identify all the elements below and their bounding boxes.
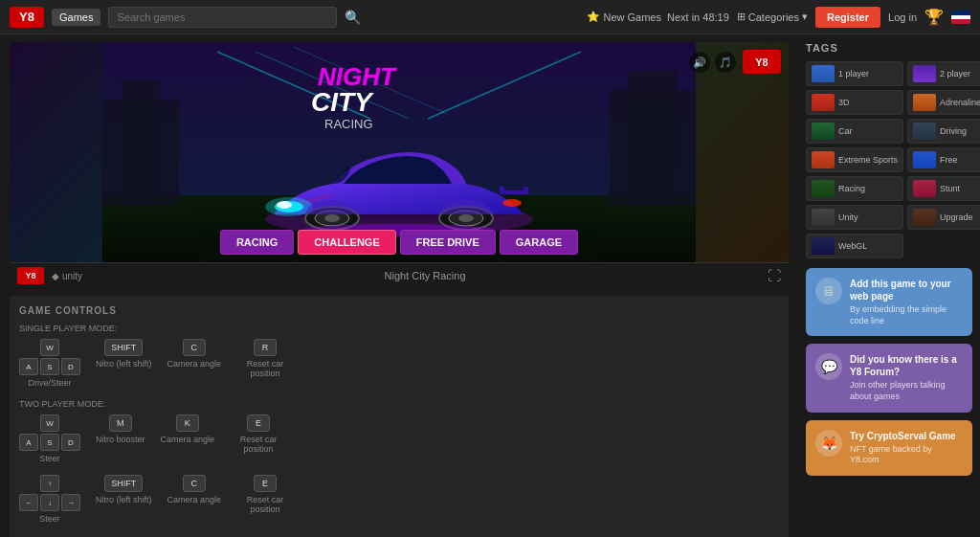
- tag-tag-driving[interactable]: Driving: [907, 119, 980, 144]
- promo-card-0[interactable]: 🖥 Add this game to your web page By embe…: [806, 268, 972, 336]
- music-toggle[interactable]: 🎵: [715, 52, 736, 73]
- game-controls-section: GAME CONTROLS SINGLE PLAYER MODE: W A S …: [10, 296, 789, 537]
- tag-tag-racing[interactable]: Racing: [806, 176, 903, 201]
- reset-control: R Reset car position: [236, 339, 294, 378]
- tag-label: 3D: [838, 98, 850, 107]
- tag-tag-free[interactable]: Free: [907, 147, 980, 172]
- up-key: ↑: [40, 475, 59, 492]
- shift-key-p2: SHIFT: [104, 475, 143, 492]
- d-key: D: [61, 358, 80, 375]
- shift-control: SHIFT Nitro (left shift): [96, 339, 152, 369]
- promo-text-2: Try CryptoServal Game NFT game backed by…: [850, 430, 963, 466]
- racing-button[interactable]: RACING: [220, 230, 294, 255]
- two-player-controls-1: W A S D Steer M Nitro booster K Camera a…: [19, 414, 779, 463]
- single-player-controls: W A S D Drive/Steer SHIFT Nitro (left sh…: [19, 339, 779, 388]
- sound-toggle[interactable]: 🔊: [689, 52, 710, 73]
- w-key-p2: W: [40, 414, 59, 432]
- game-mode-buttons: RACING CHALLENGE FREE DRIVE GARAGE: [220, 230, 578, 255]
- tag-tag-extreme[interactable]: Extreme Sports: [806, 147, 903, 172]
- tags-title: TAGS: [806, 42, 972, 54]
- wasd-control: W A S D Drive/Steer: [19, 339, 80, 388]
- tag-thumbnail: [812, 123, 835, 140]
- new-games-label: New Games: [603, 11, 661, 23]
- steer-label-arrows: Steer: [39, 514, 60, 524]
- wasd-grid-p2: W A S D: [19, 414, 80, 451]
- camera-c-control: C Camera angle: [167, 475, 222, 504]
- tag-tag-adrenaline[interactable]: Adrenaline: [907, 90, 980, 115]
- categories-link[interactable]: ⊞ Categories ▾: [737, 11, 808, 23]
- reset-control-p2: E Reset car position: [230, 414, 287, 454]
- svg-rect-18: [500, 187, 504, 194]
- grid-icon: ⊞: [737, 11, 746, 23]
- y8-game-logo: Y8: [743, 50, 781, 74]
- svg-rect-17: [504, 190, 523, 194]
- svg-rect-19: [523, 187, 528, 194]
- tag-thumbnail: [812, 65, 835, 82]
- login-link[interactable]: Log in: [888, 11, 917, 23]
- tag-label: Driving: [940, 126, 967, 136]
- d-key-p2: D: [61, 434, 80, 451]
- tag-label: Extreme Sports: [838, 155, 898, 165]
- tag-thumbnail: [913, 65, 936, 82]
- language-flag[interactable]: [951, 11, 970, 24]
- new-games-sub: Next in 48:19: [667, 11, 729, 23]
- tag-thumbnail: [812, 94, 835, 111]
- star-icon: ⭐: [587, 11, 600, 23]
- content-area: NIGHT CITY RACING NIGHT 🔊 🎵 Y8 RACING CH…: [0, 34, 798, 537]
- register-button[interactable]: Register: [815, 7, 880, 28]
- promo-card-1[interactable]: 💬 Did you know there is a Y8 Forum? Join…: [806, 344, 972, 412]
- arrow-control: ↑ ← ↓ → Steer: [19, 475, 80, 524]
- tag-tag-webgl[interactable]: WebGL: [806, 234, 903, 258]
- tag-thumbnail: [913, 180, 936, 197]
- nitro-label: Nitro (left shift): [96, 359, 152, 369]
- tag-tag-unity[interactable]: Unity: [806, 205, 903, 230]
- tag-tag-car[interactable]: Car: [806, 119, 903, 144]
- promo-cards: 🖥 Add this game to your web page By embe…: [806, 268, 972, 476]
- tag-tag-2player[interactable]: 2 player: [907, 61, 980, 86]
- r-key: R: [254, 339, 277, 356]
- reset-label: Reset car position: [236, 359, 294, 378]
- search-input[interactable]: [108, 7, 336, 28]
- reset-e-label: Reset car position: [236, 495, 294, 514]
- fullscreen-icon[interactable]: ⛶: [768, 268, 781, 283]
- tag-label: 1 player: [838, 69, 869, 78]
- tag-tag-stunt[interactable]: Stunt: [907, 176, 980, 201]
- chevron-down-icon: ▾: [802, 11, 808, 23]
- tag-tag-3d[interactable]: 3D: [806, 90, 903, 115]
- arrow-grid: ↑ ← ↓ →: [19, 475, 80, 511]
- tag-label: Car: [838, 126, 853, 136]
- promo-desc-1: Join other players talking about games: [850, 380, 963, 402]
- free-drive-button[interactable]: FREE DRIVE: [400, 230, 496, 255]
- promo-text-1: Did you know there is a Y8 Forum? Join o…: [850, 353, 963, 402]
- camera-label-p2: Camera angle: [161, 435, 215, 444]
- c-key: C: [183, 339, 206, 356]
- s-key: S: [40, 358, 59, 375]
- game-viewport[interactable]: NIGHT CITY RACING NIGHT 🔊 🎵 Y8 RACING CH…: [10, 42, 789, 262]
- m-key: M: [109, 414, 132, 432]
- tag-tag-1player[interactable]: 1 player: [806, 61, 903, 86]
- promo-icon-1: 💬: [815, 353, 842, 380]
- svg-point-26: [324, 214, 340, 222]
- y8-logo[interactable]: Y8: [10, 7, 44, 28]
- promo-icon-0: 🖥: [815, 278, 842, 304]
- game-name-footer: Night City Racing: [90, 270, 760, 281]
- a-key-p2: A: [19, 434, 38, 451]
- svg-point-22: [277, 201, 292, 209]
- steer-control-p2: W A S D Steer: [19, 414, 80, 463]
- games-button[interactable]: Games: [52, 9, 100, 26]
- tag-tag-upgrade[interactable]: Upgrade: [907, 205, 980, 230]
- garage-button[interactable]: GARAGE: [500, 230, 578, 255]
- challenge-button[interactable]: CHALLENGE: [298, 230, 395, 255]
- svg-text:CITY: CITY: [311, 87, 374, 117]
- new-games-link[interactable]: ⭐ New Games Next in 48:19: [587, 11, 728, 23]
- tag-label: Upgrade: [940, 213, 973, 222]
- two-player-label: TWO PLAYER MODE:: [19, 399, 779, 409]
- game-container: NIGHT CITY RACING NIGHT 🔊 🎵 Y8 RACING CH…: [10, 42, 789, 288]
- promo-card-2[interactable]: 🦊 Try CryptoServal Game NFT game backed …: [806, 420, 972, 476]
- search-icon[interactable]: 🔍: [345, 10, 361, 25]
- y8-footer-logo: Y8: [17, 267, 44, 284]
- promo-desc-0: By embedding the simple code line: [850, 304, 963, 326]
- tag-label: Free: [940, 155, 958, 165]
- promo-title-2: Try CryptoServal Game: [850, 430, 963, 442]
- e-key: E: [247, 414, 270, 432]
